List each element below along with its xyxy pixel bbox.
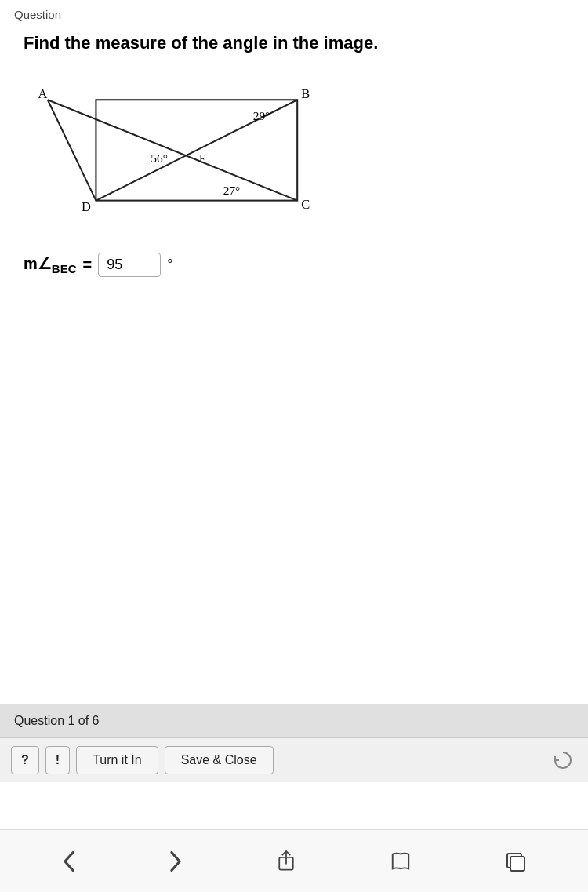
svg-text:A: A <box>38 86 47 101</box>
question-title: Find the measure of the angle in the ima… <box>24 32 564 55</box>
action-bar: ? ! Turn it In Save & Close <box>0 737 588 782</box>
share-button[interactable] <box>269 844 303 879</box>
svg-text:C: C <box>301 196 310 211</box>
svg-text:56°: 56° <box>151 151 168 165</box>
svg-text:D: D <box>82 199 91 214</box>
back-button[interactable] <box>56 844 82 879</box>
svg-rect-15 <box>510 857 524 871</box>
flag-button[interactable]: ! <box>45 746 70 774</box>
bottom-nav <box>0 829 588 892</box>
diagram-area: A B C D E 29° 56° 27° <box>24 74 321 231</box>
answer-label: m∠BEC <box>24 254 76 275</box>
answer-input[interactable] <box>98 253 161 277</box>
answer-row: m∠BEC = ° <box>24 253 564 277</box>
save-close-button[interactable]: Save & Close <box>165 746 274 774</box>
section-label: Question <box>0 0 588 24</box>
turn-in-button[interactable]: Turn it In <box>76 746 158 774</box>
degree-symbol: ° <box>167 257 172 273</box>
help-button[interactable]: ? <box>11 746 39 774</box>
svg-text:29°: 29° <box>253 109 270 122</box>
equals-sign: = <box>82 256 92 274</box>
svg-text:27°: 27° <box>223 184 241 197</box>
main-content: Find the measure of the angle in the ima… <box>0 24 588 498</box>
svg-text:E: E <box>199 152 206 165</box>
layers-button[interactable] <box>498 844 532 879</box>
forward-button[interactable] <box>162 844 189 879</box>
spacer <box>0 498 588 704</box>
svg-text:B: B <box>301 86 310 101</box>
book-button[interactable] <box>383 844 418 879</box>
extra-space <box>0 782 588 829</box>
question-progress-text: Question 1 of 6 <box>14 714 100 727</box>
refresh-icon <box>549 746 577 774</box>
svg-line-3 <box>48 100 96 200</box>
question-progress-bar: Question 1 of 6 <box>0 704 588 737</box>
